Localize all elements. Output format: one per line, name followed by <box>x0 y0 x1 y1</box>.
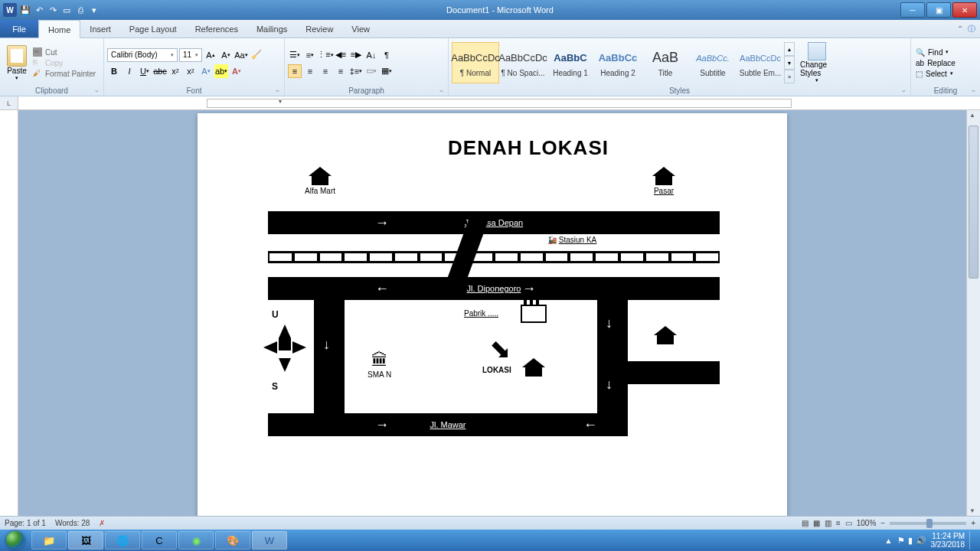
font-name-combo[interactable]: Calibri (Body)▾ <box>107 48 178 62</box>
taskbar-app1[interactable]: 🖼 <box>68 531 103 549</box>
increase-indent-button[interactable]: ≡▶ <box>349 48 363 62</box>
italic-button[interactable]: I <box>122 64 136 78</box>
taskbar-paint[interactable]: 🎨 <box>215 531 250 549</box>
zoom-slider[interactable] <box>890 522 966 525</box>
minimize-button[interactable]: ─ <box>900 2 925 18</box>
qat-undo-icon[interactable]: ↶ <box>34 5 44 15</box>
style-heading1[interactable]: AaBbCHeading 1 <box>547 42 594 83</box>
grow-font-button[interactable]: A▴ <box>204 48 217 62</box>
highlight-button[interactable]: ab▾ <box>214 64 228 78</box>
taskbar-chrome[interactable]: 🌐 <box>105 531 140 549</box>
tab-home[interactable]: Home <box>38 20 80 38</box>
replace-button[interactable]: abReplace <box>914 58 957 68</box>
tray-net-icon[interactable]: ▮ <box>908 536 913 546</box>
line-spacing-button[interactable]: ‡≡▾ <box>349 64 363 78</box>
paste-button[interactable]: Paste ▾ <box>3 45 31 81</box>
view-full-icon[interactable]: ▦ <box>813 519 820 527</box>
qat-new-icon[interactable]: ▭ <box>61 5 72 15</box>
find-button[interactable]: 🔍Find ▾ <box>914 47 957 57</box>
vertical-scrollbar[interactable]: ▲ ▼ <box>966 110 980 516</box>
view-print-icon[interactable]: ▤ <box>802 519 808 527</box>
document-page[interactable]: DENAH LOKASI Alfa Mart Pasar → Jl. Masa … <box>198 113 787 516</box>
taskbar-app2[interactable]: C <box>142 531 177 549</box>
help-icon[interactable]: ⓘ <box>968 24 975 34</box>
style-heading2[interactable]: AaBbCcHeading 2 <box>594 42 642 83</box>
taskbar-app3[interactable]: ◉ <box>178 531 214 549</box>
styles-up-icon[interactable]: ▲ <box>784 42 795 56</box>
tray-up-icon[interactable]: ▲ <box>885 536 893 545</box>
style-normal[interactable]: AaBbCcDc¶ Normal <box>452 42 499 83</box>
align-left-button[interactable]: ≡ <box>288 64 302 78</box>
arrow-lokasi-icon: ➡ <box>482 331 519 367</box>
tray-flag-icon[interactable]: ⚑ <box>897 536 905 546</box>
format-painter-button[interactable]: 🖌Format Painter <box>33 69 96 78</box>
tray-vol-icon[interactable]: 🔊 <box>916 536 926 546</box>
status-words[interactable]: Words: 28 <box>55 519 90 527</box>
shrink-font-button[interactable]: A▾ <box>219 48 233 62</box>
sort-button[interactable]: A↓ <box>364 48 378 62</box>
cut-button[interactable]: ✂Cut <box>33 47 96 57</box>
show-desktop-button[interactable] <box>969 531 975 549</box>
style-subtle-em[interactable]: AaBbCcDcSubtle Em... <box>737 42 784 83</box>
align-center-button[interactable]: ≡ <box>303 64 317 78</box>
document-area: DENAH LOKASI Alfa Mart Pasar → Jl. Masa … <box>0 110 980 516</box>
copy-button[interactable]: ⎘Copy <box>33 58 96 67</box>
styles-down-icon[interactable]: ▼ <box>784 56 795 70</box>
strikethrough-button[interactable]: abc <box>153 64 167 78</box>
change-case-button[interactable]: Aa▾ <box>234 48 248 62</box>
start-button[interactable] <box>0 530 31 551</box>
tab-mailings[interactable]: Mailings <box>247 20 296 37</box>
numbering-button[interactable]: ≡▾ <box>303 48 317 62</box>
underline-button[interactable]: U▾ <box>138 64 152 78</box>
change-styles-button[interactable]: Change Styles ▾ <box>800 42 834 83</box>
maximize-button[interactable]: ▣ <box>926 2 951 18</box>
taskbar-explorer[interactable]: 📁 <box>31 531 67 549</box>
select-icon: ⬚ <box>916 70 923 78</box>
horizontal-ruler[interactable]: ▾ <box>18 96 980 109</box>
tab-references[interactable]: References <box>186 20 247 37</box>
borders-button[interactable]: ▦▾ <box>380 64 394 78</box>
qat-redo-icon[interactable]: ↷ <box>47 5 58 15</box>
styles-more-icon[interactable]: ≡ <box>784 70 795 83</box>
subscript-button[interactable]: x2 <box>168 64 182 78</box>
tab-review[interactable]: Review <box>296 20 342 37</box>
close-button[interactable]: ✕ <box>952 2 977 18</box>
clear-format-button[interactable]: 🧹 <box>250 48 263 62</box>
view-web-icon[interactable]: ▥ <box>825 519 831 527</box>
select-button[interactable]: ⬚Select ▾ <box>914 69 957 79</box>
status-page[interactable]: Page: 1 of 1 <box>5 519 46 527</box>
style-no-spacing[interactable]: AaBbCcDc¶ No Spaci... <box>499 42 547 83</box>
shading-button[interactable]: ▭▾ <box>364 64 378 78</box>
status-proof-icon[interactable]: ✗ <box>99 519 105 527</box>
tab-insert[interactable]: Insert <box>80 20 120 37</box>
tray-clock[interactable]: 11:24 PM 3/23/2018 <box>931 532 965 549</box>
style-subtitle[interactable]: AaBbCc.Subtitle <box>689 42 737 83</box>
font-size-combo[interactable]: 11▾ <box>179 48 202 62</box>
view-outline-icon[interactable]: ≡ <box>836 519 841 527</box>
bullets-button[interactable]: ☰▾ <box>288 48 302 62</box>
vertical-ruler[interactable] <box>0 110 18 516</box>
ribbon-minimize-icon[interactable]: ⌃ <box>957 24 963 33</box>
decrease-indent-button[interactable]: ◀≡ <box>334 48 348 62</box>
view-draft-icon[interactable]: ▭ <box>845 519 852 527</box>
qat-dropdown-icon[interactable]: ▾ <box>89 5 100 15</box>
zoom-level[interactable]: 100% <box>857 519 877 527</box>
superscript-button[interactable]: x2 <box>184 64 198 78</box>
font-color-button[interactable]: A▾ <box>230 64 243 78</box>
taskbar-word[interactable]: W <box>252 531 287 549</box>
align-right-button[interactable]: ≡ <box>318 64 332 78</box>
zoom-out-button[interactable]: − <box>880 519 885 527</box>
zoom-in-button[interactable]: + <box>971 519 975 527</box>
justify-button[interactable]: ≡ <box>334 64 348 78</box>
show-marks-button[interactable]: ¶ <box>380 48 394 62</box>
text-effects-button[interactable]: A▾ <box>199 64 213 78</box>
bold-button[interactable]: B <box>107 64 121 78</box>
file-tab[interactable]: File <box>0 20 38 37</box>
qat-print-icon[interactable]: ⎙ <box>75 5 86 15</box>
tab-page-layout[interactable]: Page Layout <box>120 20 186 37</box>
qat-save-icon[interactable]: 💾 <box>20 5 31 15</box>
tab-view[interactable]: View <box>342 20 379 37</box>
style-title[interactable]: AaBTitle <box>642 42 689 83</box>
multilevel-button[interactable]: ⋮≡▾ <box>318 48 332 62</box>
ribbon-tabs: File Home Insert Page Layout References … <box>0 20 980 38</box>
